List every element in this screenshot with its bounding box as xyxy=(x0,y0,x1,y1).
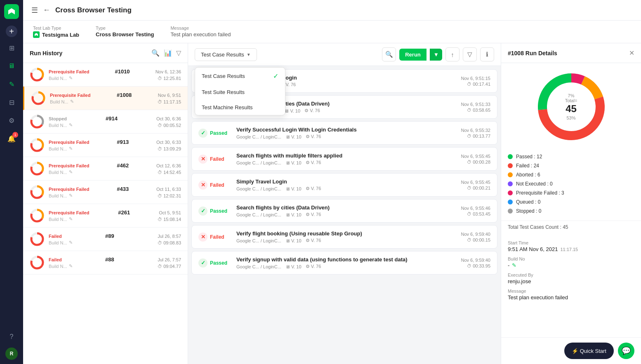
run-details-info: Start Time 9:51 AM Nov 6, 2021 11:17.15 … xyxy=(501,235,641,306)
history-item[interactable]: Prerequisite Failed #913 Oct 30, 6:33 Bu… xyxy=(23,134,188,157)
monitor-icon[interactable]: 🖥 xyxy=(4,59,19,73)
add-button[interactable]: + xyxy=(6,26,17,37)
history-item-info: Failed #89 Jul 26, 8:57 Build N... ✎ ⏱ 0… xyxy=(49,233,181,245)
settings-icon[interactable]: ⚙ xyxy=(4,113,19,128)
history-item[interactable]: Failed #88 Jul 26, 7:57 Build N... ✎ ⏱ 0… xyxy=(23,251,188,275)
edit-build-icon[interactable]: ✎ xyxy=(69,240,73,245)
result-status-label: Passed xyxy=(210,130,227,136)
history-status: Prerequisite Failed xyxy=(49,210,89,215)
result-item[interactable]: ✓ Passed Search flights by cities (Data … xyxy=(191,199,497,223)
history-item[interactable]: Prerequisite Failed #1008 Nov 6, 9:51 Bu… xyxy=(23,87,188,110)
history-duration: ⏱ 13:09.29 xyxy=(158,146,181,151)
edit-build-icon[interactable]: ✎ xyxy=(69,146,73,151)
status-icon: ✓ xyxy=(198,258,207,268)
start-time-value: 9:51 AM Nov 6, 2021 11:17.15 xyxy=(508,246,634,252)
result-item[interactable]: ✓ Passed Verify Successful Login With Lo… xyxy=(191,121,497,145)
edit-build-icon[interactable]: ✎ xyxy=(69,122,73,128)
dropdown-item-label: Test Suite Results xyxy=(202,89,245,95)
quick-start-button[interactable]: ⚡ Quick Start xyxy=(564,343,614,359)
edit-build-icon[interactable]: ✎ xyxy=(69,75,73,81)
dropdown-item-2[interactable]: Test Machine Results xyxy=(195,100,285,115)
run-details-title: #1008 Run Details xyxy=(508,50,557,56)
message-label: Message xyxy=(170,26,231,31)
main-content: ☰ ← Cross Browser Testing Test Lab Type … xyxy=(23,0,641,364)
history-id: #913 xyxy=(117,139,129,145)
edit-build-icon[interactable]: ✎ xyxy=(512,262,516,268)
result-item[interactable]: ✓ Passed Verify signup with valid data (… xyxy=(191,251,497,275)
history-item[interactable]: Prerequisite Failed #433 Oct 11, 6:33 Bu… xyxy=(23,181,188,204)
dropdown-item-0[interactable]: Test Case Results✓ xyxy=(195,68,285,85)
search-icon[interactable]: 🔍 xyxy=(151,49,160,57)
history-item[interactable]: Prerequisite Failed #1010 Nov 6, 12:36 B… xyxy=(23,63,188,87)
edit-build-icon[interactable]: ✎ xyxy=(69,193,73,198)
edit-build-icon[interactable]: ✎ xyxy=(69,216,73,222)
result-duration: ⏱ 03:53.45 xyxy=(467,211,490,216)
chat-button[interactable]: 💬 xyxy=(618,343,634,359)
result-item[interactable]: ✕ Failed Search flights with multiple fi… xyxy=(191,147,497,171)
edit-icon[interactable]: ✎ xyxy=(4,77,19,92)
dashboard-icon[interactable]: ⊞ xyxy=(4,40,19,55)
result-duration: ⏱ 00:13.77 xyxy=(467,134,490,139)
history-chart-icon xyxy=(30,114,45,129)
result-time: Nov 6, 9:59:40 ⏱ 00:33.95 xyxy=(461,258,490,268)
folder-icon[interactable]: ⊟ xyxy=(4,95,19,110)
total-test-cases: Total Test Cases Count : 45 xyxy=(501,223,641,235)
result-status-label: Passed xyxy=(210,260,227,266)
run-history-panel: Run History 🔍 📊 ▽ Prerequisite Failed #1… xyxy=(23,43,188,364)
notification-icon[interactable]: 🔔 1 xyxy=(4,131,19,146)
legend-dot xyxy=(508,190,513,195)
history-chart-icon xyxy=(31,91,46,106)
history-item[interactable]: Prerequisite Failed #462 Oct 12, 6:36 Bu… xyxy=(23,157,188,181)
result-timestamp: Nov 6, 9:59:40 xyxy=(461,232,490,237)
history-item[interactable]: Prerequisite Failed #261 Oct 5, 9:51 Bui… xyxy=(23,204,188,228)
details-divider xyxy=(501,221,641,221)
content-area: Run History 🔍 📊 ▽ Prerequisite Failed #1… xyxy=(23,43,641,364)
chart-icon[interactable]: 📊 xyxy=(164,49,172,57)
history-item-row1: Failed #89 Jul 26, 8:57 xyxy=(49,233,181,239)
build-no-row: Build No - ✎ xyxy=(508,254,634,270)
back-button[interactable]: ← xyxy=(43,6,50,14)
result-v2-icon: ⚙ V. 76 xyxy=(306,238,321,243)
export-button[interactable]: ↑ xyxy=(445,47,460,61)
menu-button[interactable]: ☰ xyxy=(31,6,38,15)
history-item[interactable]: Failed #89 Jul 26, 8:57 Build N... ✎ ⏱ 0… xyxy=(23,228,188,251)
history-id: #1008 xyxy=(117,92,132,98)
result-item[interactable]: ✕ Failed Verify flight booking (Using re… xyxy=(191,225,497,249)
history-item-row1: Prerequisite Failed #1010 Nov 6, 12:36 xyxy=(49,68,181,75)
app-logo[interactable] xyxy=(4,4,19,19)
edit-build-icon[interactable]: ✎ xyxy=(70,99,74,104)
history-date: Oct 5, 9:51 xyxy=(159,210,181,215)
close-run-details-button[interactable]: ✕ xyxy=(629,49,634,57)
result-status: ✓ Passed xyxy=(198,207,231,216)
result-info: Verify Successful Login With Login Crede… xyxy=(236,127,456,139)
search-results-button[interactable]: 🔍 xyxy=(382,47,396,61)
help-icon[interactable]: ? xyxy=(4,329,19,344)
quick-start-area: ⚡ Quick Start 💬 xyxy=(501,337,641,364)
result-version-icon: 🖥 V. 10 xyxy=(284,108,300,113)
filter-icon[interactable]: ▽ xyxy=(176,49,181,57)
run-details-chart: 7% Total= 45 53% xyxy=(501,63,641,150)
dropdown-item-1[interactable]: Test Suite Results xyxy=(195,85,285,100)
info-button[interactable]: ℹ xyxy=(480,47,494,61)
rerun-button[interactable]: Rerun xyxy=(399,49,427,61)
history-build: Build N... ✎ xyxy=(49,263,73,269)
result-status: ✕ Failed xyxy=(198,181,231,190)
results-dropdown-button[interactable]: Test Case Results ▼ xyxy=(195,48,257,61)
result-time: Nov 6, 9:51:15 ⏱ 00:17.41 xyxy=(461,76,490,87)
result-item[interactable]: ✕ Failed Simply Travel Login Google C...… xyxy=(191,173,497,197)
details-message-row: Message Test plan execution failed xyxy=(508,287,634,303)
type-value: Cross Browser Testing xyxy=(96,31,154,38)
filter-button[interactable]: ▽ xyxy=(463,47,477,61)
history-item-row2: Build N... ✎ ⏱ 12:02.31 xyxy=(49,193,181,198)
edit-build-icon[interactable]: ✎ xyxy=(69,263,73,269)
donut-center: 7% Total= 45 53% xyxy=(565,93,577,120)
history-item-info: Prerequisite Failed #1010 Nov 6, 12:36 B… xyxy=(49,68,181,81)
history-item[interactable]: Stopped #914 Oct 30, 6:36 Build N... ✎ ⏱… xyxy=(23,110,188,134)
start-time-label: Start Time xyxy=(508,240,634,245)
result-status-label: Passed xyxy=(210,208,227,214)
rerun-split-button[interactable]: ▼ xyxy=(430,49,442,61)
edit-build-icon[interactable]: ✎ xyxy=(69,169,73,175)
legend-label: Stopped : 0 xyxy=(516,208,634,214)
history-chart-icon xyxy=(30,232,45,247)
user-avatar[interactable]: R xyxy=(5,348,18,360)
